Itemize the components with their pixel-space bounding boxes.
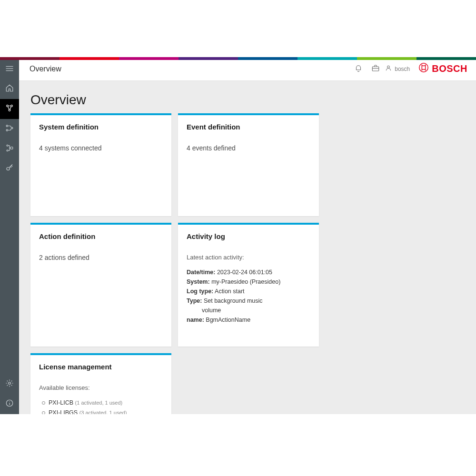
- card-summary: 2 actions defined: [39, 254, 163, 261]
- bell-icon: [354, 64, 363, 74]
- brand-color-stripe: [0, 57, 476, 60]
- field-label: System:: [187, 278, 210, 285]
- svg-point-9: [7, 145, 8, 146]
- sidebar-item-actions[interactable]: [0, 139, 19, 159]
- svg-point-20: [419, 63, 428, 72]
- svg-point-7: [6, 129, 8, 131]
- svg-point-8: [11, 127, 13, 129]
- card-title: License management: [39, 363, 163, 371]
- nodes-icon: [5, 104, 14, 114]
- briefcase-icon: [371, 64, 380, 74]
- field-value-cont: volume: [187, 306, 310, 315]
- svg-rect-11: [10, 147, 13, 149]
- field-value: Action start: [215, 288, 245, 295]
- field-label: Type:: [187, 298, 202, 304]
- license-name: PXI-LICB: [49, 399, 73, 406]
- license-meta: (3 activated, 1 used): [79, 410, 127, 414]
- user-menu[interactable]: bosch: [385, 65, 410, 73]
- card-title: Activity log: [187, 232, 310, 240]
- projects-button[interactable]: [368, 61, 383, 77]
- card-summary: 4 events defined: [187, 144, 310, 152]
- person-icon: [385, 65, 392, 73]
- svg-point-6: [6, 125, 8, 127]
- routing-icon: [5, 144, 14, 154]
- key-icon: [5, 164, 14, 174]
- svg-point-10: [7, 150, 8, 151]
- license-item: PXI-LICB (1 activated, 1 used): [41, 398, 163, 408]
- sidebar-item-licenses[interactable]: [0, 159, 19, 179]
- svg-point-13: [9, 382, 11, 385]
- page-title: Overview: [30, 92, 465, 108]
- content-area: Overview System definition 4 systems con…: [19, 81, 476, 414]
- svg-point-16: [9, 401, 10, 402]
- sidebar-item-info[interactable]: [0, 394, 19, 414]
- sidebar-item-overview[interactable]: [0, 99, 19, 119]
- home-icon: [5, 84, 14, 94]
- card-title: Event definition: [187, 123, 310, 131]
- flow-icon: [5, 124, 14, 134]
- card-subhead: Latest action activity:: [187, 254, 310, 261]
- gear-icon: [5, 379, 14, 389]
- svg-point-12: [7, 168, 10, 170]
- card-title: Action definition: [39, 232, 163, 240]
- card-action-definition[interactable]: Action definition 2 actions defined: [30, 223, 171, 347]
- svg-point-19: [387, 66, 390, 68]
- card-summary: 4 systems connected: [39, 144, 163, 152]
- field-value: BgmActionName: [206, 317, 250, 323]
- brand-logo-text: BOSCH: [432, 63, 467, 74]
- field-value: my-Praesideo (Praesideo): [211, 278, 280, 285]
- notifications-button[interactable]: [351, 61, 366, 77]
- breadcrumb: Overview: [30, 65, 61, 73]
- field-value: Set background music: [204, 298, 263, 304]
- field-label: name:: [187, 317, 204, 323]
- user-name: bosch: [395, 66, 410, 72]
- brand-logo: BOSCH: [418, 62, 467, 75]
- field-label: Date/time:: [187, 269, 215, 276]
- svg-rect-17: [372, 67, 379, 71]
- card-title: System definition: [39, 123, 163, 131]
- card-subhead: Available licenses:: [39, 384, 163, 391]
- card-activity-log[interactable]: Activity log Latest action activity: Dat…: [178, 223, 319, 347]
- sidebar-item-menu[interactable]: [0, 60, 19, 79]
- sidebar: [0, 57, 19, 414]
- license-list: PXI-LICB (1 activated, 1 used) PXI-LIBGS…: [39, 398, 163, 414]
- svg-point-4: [11, 105, 13, 107]
- license-meta: (1 activated, 1 used): [75, 400, 123, 406]
- card-system-definition[interactable]: System definition 4 systems connected: [30, 113, 171, 216]
- field-label: Log type:: [187, 288, 213, 295]
- svg-point-3: [7, 105, 9, 107]
- info-icon: [5, 399, 14, 409]
- card-event-definition[interactable]: Event definition 4 events defined: [178, 113, 319, 216]
- cards-grid: System definition 4 systems connected Ev…: [30, 113, 465, 414]
- field-value: 2023-02-24 06:01:05: [217, 269, 272, 276]
- sidebar-item-settings[interactable]: [0, 374, 19, 394]
- bosch-glyph-icon: [418, 62, 429, 75]
- topbar: Overview bosch: [19, 57, 476, 81]
- activity-details: Date/time: 2023-02-24 06:01:05 System: m…: [187, 268, 310, 325]
- card-license-management[interactable]: License management Available licenses: P…: [30, 353, 171, 414]
- license-item: PXI-LIBGS (3 activated, 1 used): [41, 408, 163, 414]
- menu-icon: [5, 65, 14, 74]
- sidebar-item-home[interactable]: [0, 79, 19, 99]
- license-name: PXI-LIBGS: [49, 409, 78, 414]
- sidebar-item-events[interactable]: [0, 119, 19, 139]
